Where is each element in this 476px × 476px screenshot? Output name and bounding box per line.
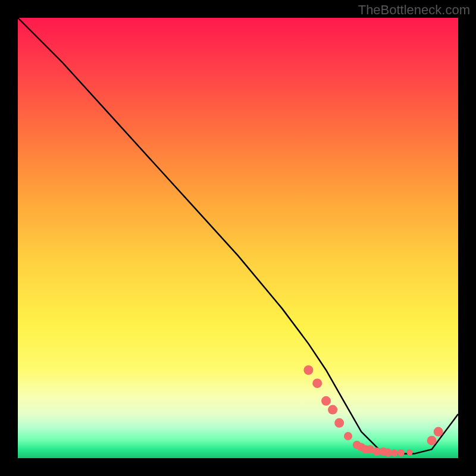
data-marker <box>427 436 437 445</box>
curve-line <box>18 18 458 454</box>
data-marker <box>334 418 344 428</box>
watermark-text: TheBottleneck.com <box>358 2 470 18</box>
data-marker <box>312 378 322 388</box>
data-marker <box>328 405 337 415</box>
chart-frame: TheBottleneck.com <box>0 0 476 476</box>
plot-area <box>18 18 458 458</box>
data-marker <box>434 427 443 437</box>
data-marker <box>384 448 392 456</box>
data-marker <box>344 432 352 440</box>
data-marker <box>303 365 313 375</box>
data-marker <box>397 449 405 456</box>
data-marker <box>407 449 413 455</box>
curve-svg <box>18 18 458 458</box>
data-marker <box>321 396 331 406</box>
data-marker <box>391 449 398 456</box>
